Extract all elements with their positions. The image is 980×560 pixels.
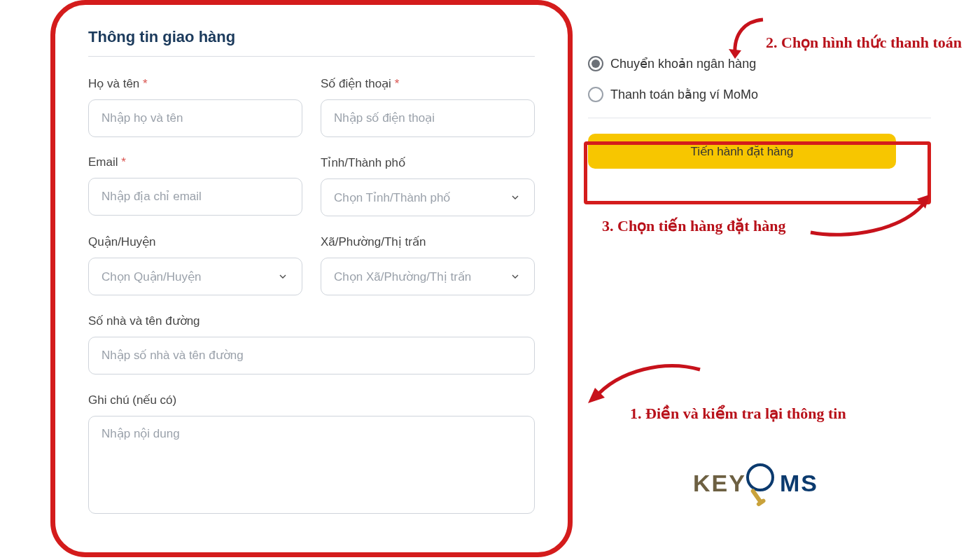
district-select[interactable]: Chọn Quận/Huyện <box>88 258 302 295</box>
annotation-step2: 2. Chọn hình thức thanh toán <box>766 34 962 52</box>
field-email: Email * <box>88 155 302 216</box>
brand-logo: KEY MS <box>693 462 818 504</box>
field-phone: Số điện thoại * <box>321 76 535 137</box>
city-select-placeholder: Chọn Tỉnh/Thành phố <box>334 190 450 205</box>
chevron-down-icon <box>509 191 522 204</box>
label-note: Ghi chú (nếu có) <box>88 393 535 407</box>
ward-select[interactable]: Chọn Xã/Phường/Thị trấn <box>321 258 535 295</box>
svg-marker-2 <box>588 388 605 403</box>
required-marker: * <box>143 77 148 90</box>
phone-input[interactable] <box>321 99 535 137</box>
logo-text-key: KEY <box>693 470 746 497</box>
svg-marker-1 <box>917 195 930 209</box>
payment-option-label: Chuyển khoản ngân hàng <box>610 56 756 71</box>
annotation-step3: 3. Chọn tiến hàng đặt hàng <box>602 217 786 235</box>
label-ward: Xã/Phường/Thị trấn <box>321 234 535 249</box>
label-email: Email * <box>88 155 302 169</box>
field-note: Ghi chú (nếu có) <box>88 393 535 514</box>
field-ward: Xã/Phường/Thị trấn Chọn Xã/Phường/Thị tr… <box>321 234 535 295</box>
magnifier-key-icon <box>742 462 784 504</box>
chevron-down-icon <box>509 270 522 283</box>
required-marker: * <box>121 155 126 169</box>
field-street: Số nhà và tên đường <box>88 314 535 374</box>
street-input[interactable] <box>88 337 535 374</box>
payment-option-momo[interactable]: Thanh toán bằng ví MoMo <box>588 87 931 102</box>
label-phone: Số điện thoại * <box>321 76 535 91</box>
payment-option-bank[interactable]: Chuyển khoản ngân hàng <box>588 56 931 71</box>
radio-icon <box>588 56 603 71</box>
city-select[interactable]: Chọn Tỉnh/Thành phố <box>321 178 535 216</box>
annotation-step1: 1. Điền và kiểm tra lại thông tin <box>630 405 846 423</box>
field-city: Tỉnh/Thành phố Chọn Tỉnh/Thành phố <box>321 155 535 216</box>
name-input[interactable] <box>88 99 302 137</box>
label-name: Họ và tên * <box>88 76 302 91</box>
place-order-button[interactable]: Tiến hành đặt hàng <box>588 134 896 169</box>
district-select-placeholder: Chọn Quận/Huyện <box>102 270 201 284</box>
arrow-step3-icon <box>805 189 938 245</box>
divider <box>588 118 931 118</box>
field-district: Quận/Huyện Chọn Quận/Huyện <box>88 234 302 295</box>
payment-option-label: Thanh toán bằng ví MoMo <box>610 87 758 102</box>
field-name: Họ và tên * <box>88 76 302 137</box>
email-input[interactable] <box>88 178 302 216</box>
required-marker: * <box>395 77 400 90</box>
logo-text-ms: MS <box>780 470 818 497</box>
label-city: Tỉnh/Thành phố <box>321 155 535 170</box>
note-textarea[interactable] <box>88 416 535 514</box>
form-title: Thông tin giao hàng <box>88 28 535 57</box>
radio-icon <box>588 87 603 102</box>
ward-select-placeholder: Chọn Xã/Phường/Thị trấn <box>334 270 471 284</box>
delivery-info-card: Thông tin giao hàng Họ và tên * Số điện … <box>63 7 560 556</box>
label-street: Số nhà và tên đường <box>88 314 535 328</box>
chevron-down-icon <box>276 270 289 283</box>
payment-panel: Chuyển khoản ngân hàng Thanh toán bằng v… <box>588 56 931 169</box>
label-district: Quận/Huyện <box>88 234 302 249</box>
